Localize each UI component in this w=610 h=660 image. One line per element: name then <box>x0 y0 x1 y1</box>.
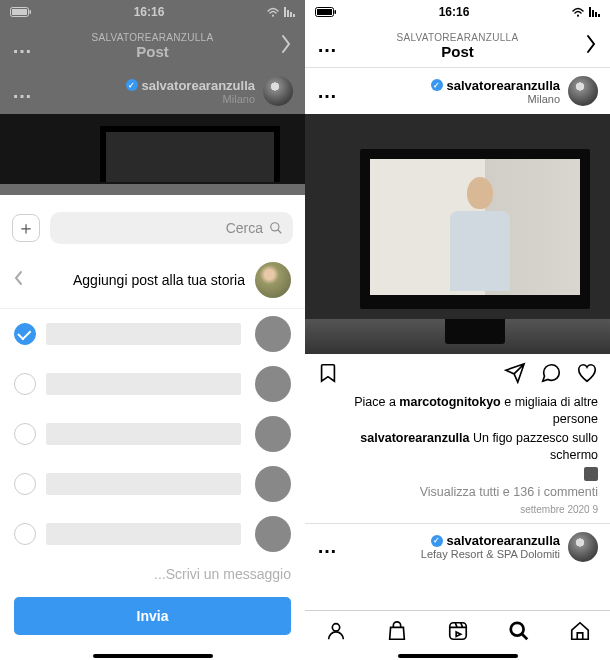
add-to-story-row[interactable]: Aggiungi post alla tua storia <box>0 254 305 309</box>
avatar <box>263 76 293 106</box>
post-date: 9 settembre 2020 <box>317 503 598 517</box>
post-author-row[interactable]: salvatorearanzulla ✓ Milano … <box>305 68 610 114</box>
contact-row[interactable] <box>0 459 305 509</box>
contact-name <box>46 423 241 445</box>
commerce-row[interactable] <box>317 467 598 481</box>
back-icon[interactable] <box>584 34 598 58</box>
nav-search-icon[interactable] <box>508 620 530 646</box>
post-location: Milano <box>41 93 255 105</box>
svg-rect-2 <box>317 9 332 15</box>
svg-point-0 <box>577 15 579 17</box>
header-username: SALVATOREARANZULLA <box>347 32 568 43</box>
nav-reels-icon[interactable] <box>447 620 469 646</box>
post-username: salvatorearanzulla <box>142 78 255 93</box>
svg-point-7 <box>272 15 274 17</box>
contact-name <box>46 473 241 495</box>
contact-row[interactable] <box>0 359 305 409</box>
post-image[interactable] <box>305 114 610 354</box>
story-avatar <box>255 262 291 298</box>
contact-list <box>0 309 305 559</box>
caption-username[interactable]: salvatorearanzulla <box>360 431 469 445</box>
message-input[interactable]: Scrivi un messaggio... <box>0 559 305 589</box>
post-author-row[interactable]: salvatorearanzulla ✓ Milano … <box>0 68 305 114</box>
contact-row[interactable] <box>0 409 305 459</box>
bottom-nav <box>305 610 610 654</box>
contact-row[interactable] <box>0 309 305 359</box>
header-title: Post <box>347 43 568 60</box>
chevron-left-icon <box>14 270 24 290</box>
signal-icon <box>589 7 600 17</box>
share-icon[interactable] <box>504 362 526 388</box>
like-icon[interactable] <box>576 362 598 388</box>
likes-text[interactable]: Piace a marcotognitokyo e migliaia di al… <box>317 394 598 428</box>
contact-radio[interactable] <box>14 323 36 345</box>
create-group-button[interactable]: ＋ <box>12 214 40 242</box>
svg-point-11 <box>271 223 279 231</box>
contact-avatar <box>255 366 291 402</box>
more-options-button[interactable]: … <box>317 34 338 57</box>
nav-shop-icon[interactable] <box>386 620 408 646</box>
bookmark-icon[interactable] <box>317 362 339 388</box>
post-action-bar <box>305 354 610 394</box>
caption: salvatorearanzulla Un figo pazzesco sull… <box>317 430 598 464</box>
contact-avatar <box>255 416 291 452</box>
search-icon <box>269 221 283 235</box>
contact-name <box>46 373 241 395</box>
view-comments-link[interactable]: Visualizza tutti e 136 i commenti <box>317 484 598 501</box>
contact-avatar <box>255 516 291 552</box>
signal-icon <box>284 7 295 17</box>
post-more-button[interactable]: … <box>317 80 338 103</box>
status-bar: 16:16 <box>0 0 305 24</box>
wifi-icon <box>266 7 280 17</box>
contact-radio[interactable] <box>14 523 36 545</box>
contact-avatar <box>255 466 291 502</box>
avatar[interactable] <box>568 532 598 562</box>
more-options-button[interactable]: … <box>12 35 33 58</box>
contact-radio[interactable] <box>14 423 36 445</box>
svg-point-4 <box>510 622 523 635</box>
battery-icon <box>315 7 337 17</box>
contact-name <box>46 323 241 345</box>
next-post-author-row[interactable]: salvatorearanzulla ✓ Lefay Resort & SPA … <box>305 523 610 570</box>
search-placeholder: Cerca <box>226 220 263 236</box>
verified-badge-icon: ✓ <box>126 79 138 91</box>
send-button[interactable]: Invia <box>14 597 291 635</box>
shop-icon <box>584 467 598 481</box>
svg-point-6 <box>332 623 339 630</box>
post-more-button: … <box>12 80 33 103</box>
verified-badge-icon: ✓ <box>431 79 443 91</box>
share-sheet: Cerca ＋ Aggiungi post alla tua storia <box>0 198 305 660</box>
search-input[interactable]: Cerca <box>50 212 293 244</box>
status-bar: 16:16 <box>305 0 610 24</box>
wifi-icon <box>571 7 585 17</box>
back-icon[interactable] <box>279 34 293 58</box>
post-header-bar: SALVATOREARANZULLA Post … <box>0 24 305 68</box>
battery-icon <box>10 7 32 17</box>
nav-home-icon[interactable] <box>569 620 591 646</box>
nav-profile-icon[interactable] <box>325 620 347 646</box>
next-post-location[interactable]: Lefay Resort & SPA Dolomiti <box>346 548 560 560</box>
contact-name <box>46 523 241 545</box>
svg-rect-5 <box>449 622 466 639</box>
verified-badge-icon: ✓ <box>431 535 443 547</box>
header-title: Post <box>42 43 263 60</box>
post-more-button[interactable]: … <box>317 535 338 558</box>
home-indicator[interactable] <box>93 654 213 658</box>
add-to-story-label: Aggiungi post alla tua storia <box>73 272 245 288</box>
post-location[interactable]: Milano <box>346 93 560 105</box>
contact-radio[interactable] <box>14 373 36 395</box>
header-username: SALVATOREARANZULLA <box>42 32 263 43</box>
avatar[interactable] <box>568 76 598 106</box>
post-header-bar: SALVATOREARANZULLA Post … <box>305 24 610 68</box>
post-username[interactable]: salvatorearanzulla <box>447 78 560 93</box>
next-post-username[interactable]: salvatorearanzulla <box>447 533 560 548</box>
contact-radio[interactable] <box>14 473 36 495</box>
status-time: 16:16 <box>439 5 470 19</box>
comment-icon[interactable] <box>540 362 562 388</box>
contact-row[interactable] <box>0 509 305 559</box>
message-placeholder: Scrivi un messaggio... <box>154 566 291 582</box>
home-indicator[interactable] <box>398 654 518 658</box>
status-time: 16:16 <box>134 5 165 19</box>
svg-rect-10 <box>30 10 32 14</box>
plus-icon: ＋ <box>17 216 35 240</box>
